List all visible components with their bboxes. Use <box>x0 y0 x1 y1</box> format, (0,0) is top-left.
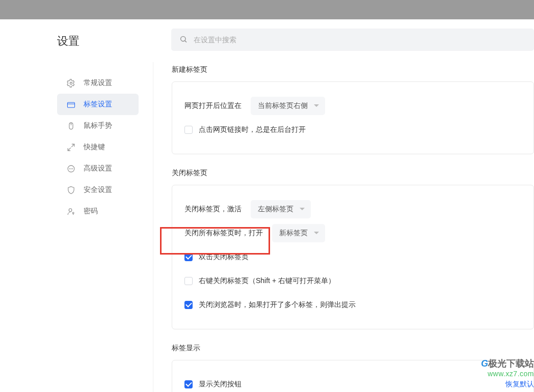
svg-point-9 <box>72 212 74 213</box>
always-background-label: 点击网页链接时，总是在后台打开 <box>199 125 306 134</box>
section-close-tab: 关闭标签页，激活 左侧标签页 关闭所有标签页时，打开 新标签页 双击关闭标签页 … <box>172 185 534 329</box>
page-title: 设置 <box>0 34 153 72</box>
close-all-open-label: 关闭所有标签页时，打开 <box>184 229 263 238</box>
open-position-label: 网页打开后位置在 <box>184 101 242 110</box>
close-all-open-select[interactable]: 新标签页 <box>272 224 325 242</box>
watermark-url: www.xz7.com <box>481 370 534 378</box>
sidebar-item-passwords[interactable]: 密码 <box>57 201 139 222</box>
sidebar: 常规设置 标签设置 鼠标手势 快捷键 <box>0 72 153 222</box>
section-title-close-tab: 关闭标签页 <box>172 169 534 178</box>
section-title-new-tab: 新建标签页 <box>172 65 534 74</box>
user-key-icon <box>66 207 75 216</box>
mouse-icon <box>66 121 75 130</box>
tab-icon <box>66 100 75 109</box>
svg-point-10 <box>181 36 185 41</box>
reset-default-link[interactable]: 恢复默认 <box>481 380 534 389</box>
rightclick-close-label: 右键关闭标签页（Shift + 右键可打开菜单） <box>199 276 335 286</box>
svg-point-7 <box>72 169 72 169</box>
more-icon <box>66 164 75 173</box>
section-tab-display: 显示关闭按钮 自定义标签最大宽度 px （请输入50～500的整数） <box>172 360 534 392</box>
sidebar-item-advanced[interactable]: 高级设置 <box>57 158 139 179</box>
svg-point-0 <box>70 82 72 84</box>
gear-icon <box>66 78 75 88</box>
sidebar-item-security[interactable]: 安全设置 <box>57 179 139 201</box>
settings-content: 新建标签页 网页打开后位置在 当前标签页右侧 点击网页链接时，总是在后台打开 关… <box>153 62 534 392</box>
warn-on-exit-checkbox[interactable] <box>184 301 193 309</box>
left-column: 设置 常规设置 标签设置 鼠标手势 <box>0 19 153 392</box>
svg-point-6 <box>71 169 71 169</box>
sidebar-item-label: 快捷键 <box>84 143 105 152</box>
search-input[interactable] <box>194 36 534 44</box>
svg-line-11 <box>185 40 186 42</box>
sidebar-item-label: 密码 <box>84 207 98 216</box>
show-close-btn-label: 显示关闭按钮 <box>199 380 242 389</box>
sidebar-item-shortcuts[interactable]: 快捷键 <box>57 136 139 158</box>
dblclick-close-checkbox[interactable] <box>184 253 193 261</box>
search-icon <box>179 35 188 45</box>
svg-point-5 <box>69 169 70 169</box>
sidebar-item-label: 常规设置 <box>84 78 112 88</box>
watermark-logo: G极光下载站 <box>481 357 534 370</box>
activate-after-close-label: 关闭标签页，激活 <box>184 205 242 214</box>
section-title-tab-display: 标签显示 <box>172 344 534 353</box>
sidebar-item-tabs[interactable]: 标签设置 <box>57 94 139 115</box>
right-column: 新建标签页 网页打开后位置在 当前标签页右侧 点击网页链接时，总是在后台打开 关… <box>153 19 534 392</box>
sidebar-item-label: 安全设置 <box>84 185 112 194</box>
expand-icon <box>66 143 75 152</box>
warn-on-exit-label: 关闭浏览器时，如果打开了多个标签，则弹出提示 <box>199 300 356 310</box>
sidebar-item-general[interactable]: 常规设置 <box>57 72 139 94</box>
window-chrome-bar <box>0 0 534 19</box>
show-close-btn-checkbox[interactable] <box>184 380 193 388</box>
svg-point-8 <box>69 208 72 211</box>
watermark-area: G极光下载站 www.xz7.com 恢复默认 <box>481 357 534 389</box>
svg-rect-1 <box>67 102 74 107</box>
search-box[interactable] <box>171 29 534 51</box>
rightclick-close-checkbox[interactable] <box>184 277 193 285</box>
sidebar-item-mouse-gestures[interactable]: 鼠标手势 <box>57 115 139 136</box>
open-position-select[interactable]: 当前标签页右侧 <box>251 97 325 115</box>
sidebar-item-label: 鼠标手势 <box>84 121 112 130</box>
section-new-tab: 网页打开后位置在 当前标签页右侧 点击网页链接时，总是在后台打开 <box>172 81 534 154</box>
shield-icon <box>66 185 75 194</box>
always-background-checkbox[interactable] <box>184 126 193 134</box>
activate-after-close-select[interactable]: 左侧标签页 <box>251 200 311 218</box>
dblclick-close-label: 双击关闭标签页 <box>199 253 249 262</box>
sidebar-item-label: 高级设置 <box>84 164 112 173</box>
sidebar-item-label: 标签设置 <box>84 100 112 109</box>
